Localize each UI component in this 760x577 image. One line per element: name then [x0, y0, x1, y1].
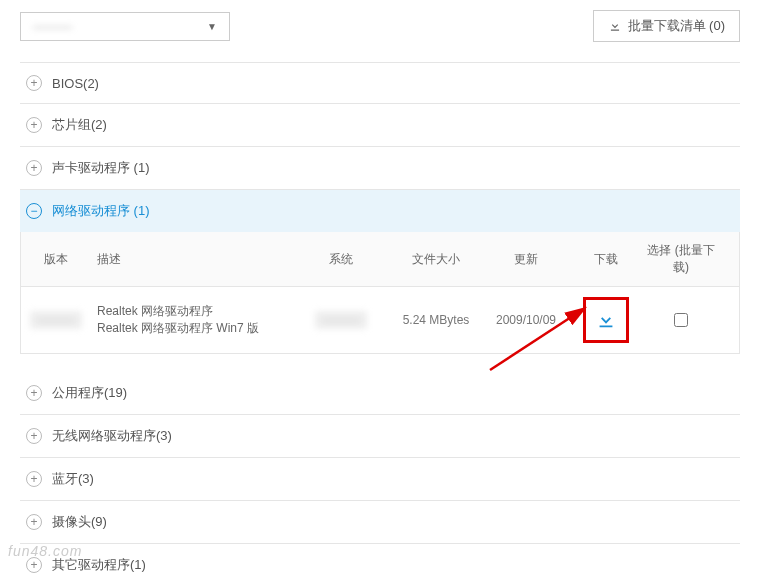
- category-row-utilities[interactable]: + 公用程序(19): [20, 372, 740, 414]
- cell-version: ———: [21, 287, 91, 353]
- plus-icon: +: [26, 117, 42, 133]
- driver-table: 版本 描述 系统 文件大小 更新 下载 选择 (批量下载) ——— Realte…: [20, 232, 740, 354]
- th-updated: 更新: [481, 232, 571, 286]
- download-button[interactable]: [583, 297, 629, 343]
- category-label: 公用程序(19): [52, 384, 127, 402]
- category-row-audio[interactable]: + 声卡驱动程序 (1): [20, 146, 740, 189]
- plus-icon: +: [26, 75, 42, 91]
- category-dropdown[interactable]: ——— ▼: [20, 12, 230, 41]
- category-row-bluetooth[interactable]: + 蓝牙(3): [20, 457, 740, 500]
- category-row-camera[interactable]: + 摄像头(9): [20, 500, 740, 543]
- minus-icon: −: [26, 203, 42, 219]
- th-version: 版本: [21, 232, 91, 286]
- category-row-network[interactable]: − 网络驱动程序 (1): [20, 189, 740, 232]
- category-row-wireless[interactable]: + 无线网络驱动程序(3): [20, 414, 740, 457]
- category-row-bios[interactable]: + BIOS(2): [20, 62, 740, 103]
- dropdown-value: ———: [33, 19, 72, 34]
- cell-size: 5.24 MBytes: [391, 287, 481, 353]
- cell-updated: 2009/10/09: [481, 287, 571, 353]
- category-label: 无线网络驱动程序(3): [52, 427, 172, 445]
- plus-icon: +: [26, 557, 42, 573]
- plus-icon: +: [26, 160, 42, 176]
- category-label: 蓝牙(3): [52, 470, 94, 488]
- category-label: 芯片组(2): [52, 116, 107, 134]
- table-row: ——— Realtek 网络驱动程序 Realtek 网络驱动程序 Win7 版…: [21, 287, 739, 353]
- select-checkbox[interactable]: [674, 313, 688, 327]
- caret-down-icon: ▼: [207, 21, 217, 32]
- plus-icon: +: [26, 471, 42, 487]
- table-header: 版本 描述 系统 文件大小 更新 下载 选择 (批量下载): [21, 232, 739, 287]
- plus-icon: +: [26, 385, 42, 401]
- th-download: 下载: [571, 232, 641, 286]
- watermark: fun48.com: [8, 543, 82, 559]
- category-label: BIOS(2): [52, 76, 99, 91]
- cell-system: ———: [291, 287, 391, 353]
- download-icon: [608, 19, 622, 33]
- desc-line2: Realtek 网络驱动程序 Win7 版: [97, 320, 259, 337]
- desc-line1: Realtek 网络驱动程序: [97, 303, 259, 320]
- cell-select: [641, 287, 721, 353]
- th-size: 文件大小: [391, 232, 481, 286]
- cell-desc: Realtek 网络驱动程序 Realtek 网络驱动程序 Win7 版: [91, 287, 291, 353]
- plus-icon: +: [26, 514, 42, 530]
- batch-download-button[interactable]: 批量下载清单 (0): [593, 10, 741, 42]
- th-desc: 描述: [91, 232, 291, 286]
- category-row-other[interactable]: + 其它驱动程序(1): [20, 543, 740, 577]
- category-label: 声卡驱动程序 (1): [52, 159, 150, 177]
- batch-download-label: 批量下载清单 (0): [628, 17, 726, 35]
- plus-icon: +: [26, 428, 42, 444]
- category-label: 网络驱动程序 (1): [52, 202, 150, 220]
- cell-download: [571, 287, 641, 353]
- category-label: 摄像头(9): [52, 513, 107, 531]
- th-system: 系统: [291, 232, 391, 286]
- th-select: 选择 (批量下载): [641, 232, 721, 286]
- download-icon: [595, 309, 617, 331]
- category-row-chipset[interactable]: + 芯片组(2): [20, 103, 740, 146]
